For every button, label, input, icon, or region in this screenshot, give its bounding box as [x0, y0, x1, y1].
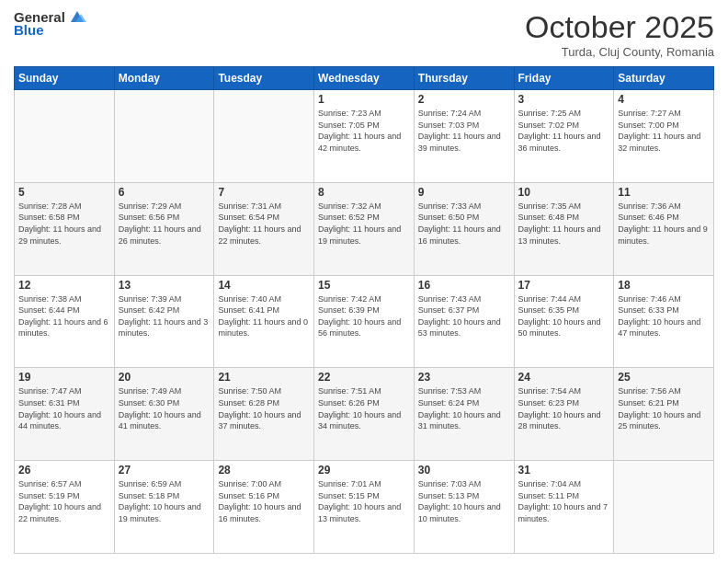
day-number: 13	[119, 279, 210, 292]
calendar-cell: 8Sunrise: 7:32 AM Sunset: 6:52 PM Daylig…	[314, 182, 415, 275]
day-number: 4	[618, 93, 710, 106]
day-number: 23	[418, 371, 510, 384]
calendar-cell: 7Sunrise: 7:31 AM Sunset: 6:54 PM Daylig…	[214, 182, 314, 275]
day-info: Sunrise: 7:35 AM Sunset: 6:48 PM Dayligh…	[518, 201, 610, 247]
day-number: 26	[18, 464, 110, 477]
calendar-cell: 5Sunrise: 7:28 AM Sunset: 6:58 PM Daylig…	[15, 182, 115, 275]
day-number: 20	[119, 371, 210, 384]
logo-blue: Blue	[14, 23, 87, 39]
weekday-header-friday: Friday	[514, 67, 614, 90]
calendar-week-row: 1Sunrise: 7:23 AM Sunset: 7:05 PM Daylig…	[15, 90, 714, 183]
day-info: Sunrise: 7:36 AM Sunset: 6:46 PM Dayligh…	[618, 201, 710, 247]
day-number: 17	[518, 279, 610, 292]
calendar-table: SundayMondayTuesdayWednesdayThursdayFrid…	[14, 66, 714, 554]
calendar-cell: 25Sunrise: 7:56 AM Sunset: 6:21 PM Dayli…	[614, 368, 714, 461]
day-info: Sunrise: 7:40 AM Sunset: 6:41 PM Dayligh…	[218, 293, 310, 339]
day-info: Sunrise: 6:59 AM Sunset: 5:18 PM Dayligh…	[119, 478, 210, 524]
day-info: Sunrise: 7:25 AM Sunset: 7:02 PM Dayligh…	[518, 108, 610, 154]
page: General Blue October 2025 Turda, Cluj Co…	[0, 0, 728, 563]
day-info: Sunrise: 7:31 AM Sunset: 6:54 PM Dayligh…	[218, 201, 310, 247]
calendar-week-row: 12Sunrise: 7:38 AM Sunset: 6:44 PM Dayli…	[15, 275, 714, 368]
day-number: 3	[518, 93, 610, 106]
day-number: 9	[418, 186, 510, 199]
day-number: 7	[218, 186, 310, 199]
calendar-cell: 17Sunrise: 7:44 AM Sunset: 6:35 PM Dayli…	[514, 275, 614, 368]
calendar-cell: 26Sunrise: 6:57 AM Sunset: 5:19 PM Dayli…	[15, 461, 115, 554]
day-number: 29	[318, 464, 410, 477]
day-number: 24	[518, 371, 610, 384]
calendar-week-row: 19Sunrise: 7:47 AM Sunset: 6:31 PM Dayli…	[15, 368, 714, 461]
location: Turda, Cluj County, Romania	[525, 45, 714, 59]
calendar-cell: 15Sunrise: 7:42 AM Sunset: 6:39 PM Dayli…	[314, 275, 415, 368]
day-info: Sunrise: 7:01 AM Sunset: 5:15 PM Dayligh…	[318, 478, 410, 524]
calendar-cell: 23Sunrise: 7:53 AM Sunset: 6:24 PM Dayli…	[414, 368, 514, 461]
day-info: Sunrise: 7:56 AM Sunset: 6:21 PM Dayligh…	[618, 385, 710, 431]
day-info: Sunrise: 7:27 AM Sunset: 7:00 PM Dayligh…	[618, 108, 710, 154]
calendar-cell: 14Sunrise: 7:40 AM Sunset: 6:41 PM Dayli…	[214, 275, 314, 368]
day-number: 25	[618, 371, 710, 384]
calendar-week-row: 26Sunrise: 6:57 AM Sunset: 5:19 PM Dayli…	[15, 461, 714, 554]
day-number: 14	[218, 279, 310, 292]
day-info: Sunrise: 7:03 AM Sunset: 5:13 PM Dayligh…	[418, 478, 510, 524]
day-info: Sunrise: 7:04 AM Sunset: 5:11 PM Dayligh…	[518, 478, 610, 524]
day-number: 11	[618, 186, 710, 199]
day-info: Sunrise: 7:39 AM Sunset: 6:42 PM Dayligh…	[119, 293, 210, 339]
day-number: 8	[318, 186, 410, 199]
calendar-cell: 21Sunrise: 7:50 AM Sunset: 6:28 PM Dayli…	[214, 368, 314, 461]
calendar-cell: 6Sunrise: 7:29 AM Sunset: 6:56 PM Daylig…	[114, 182, 214, 275]
day-info: Sunrise: 7:32 AM Sunset: 6:52 PM Dayligh…	[318, 201, 410, 247]
day-number: 5	[18, 186, 110, 199]
calendar-cell: 12Sunrise: 7:38 AM Sunset: 6:44 PM Dayli…	[15, 275, 115, 368]
day-info: Sunrise: 7:33 AM Sunset: 6:50 PM Dayligh…	[418, 201, 510, 247]
day-info: Sunrise: 6:57 AM Sunset: 5:19 PM Dayligh…	[18, 478, 110, 524]
weekday-header-thursday: Thursday	[414, 67, 514, 90]
day-number: 28	[218, 464, 310, 477]
calendar-cell: 10Sunrise: 7:35 AM Sunset: 6:48 PM Dayli…	[514, 182, 614, 275]
calendar-cell: 22Sunrise: 7:51 AM Sunset: 6:26 PM Dayli…	[314, 368, 415, 461]
day-number: 15	[318, 279, 410, 292]
calendar-cell: 29Sunrise: 7:01 AM Sunset: 5:15 PM Dayli…	[314, 461, 415, 554]
day-number: 6	[119, 186, 210, 199]
weekday-header-row: SundayMondayTuesdayWednesdayThursdayFrid…	[15, 67, 714, 90]
calendar-cell: 2Sunrise: 7:24 AM Sunset: 7:03 PM Daylig…	[414, 90, 514, 183]
day-number: 10	[518, 186, 610, 199]
calendar-cell: 27Sunrise: 6:59 AM Sunset: 5:18 PM Dayli…	[114, 461, 214, 554]
day-info: Sunrise: 7:29 AM Sunset: 6:56 PM Dayligh…	[119, 201, 210, 247]
day-info: Sunrise: 7:51 AM Sunset: 6:26 PM Dayligh…	[318, 385, 410, 431]
day-number: 12	[18, 279, 110, 292]
calendar-cell: 4Sunrise: 7:27 AM Sunset: 7:00 PM Daylig…	[614, 90, 714, 183]
day-info: Sunrise: 7:42 AM Sunset: 6:39 PM Dayligh…	[318, 293, 410, 339]
day-info: Sunrise: 7:53 AM Sunset: 6:24 PM Dayligh…	[418, 385, 510, 431]
day-info: Sunrise: 7:49 AM Sunset: 6:30 PM Dayligh…	[119, 385, 210, 431]
day-number: 27	[119, 464, 210, 477]
day-number: 22	[318, 371, 410, 384]
day-info: Sunrise: 7:38 AM Sunset: 6:44 PM Dayligh…	[18, 293, 110, 339]
calendar-cell: 30Sunrise: 7:03 AM Sunset: 5:13 PM Dayli…	[414, 461, 514, 554]
calendar-cell	[614, 461, 714, 554]
calendar-week-row: 5Sunrise: 7:28 AM Sunset: 6:58 PM Daylig…	[15, 182, 714, 275]
calendar-cell: 16Sunrise: 7:43 AM Sunset: 6:37 PM Dayli…	[414, 275, 514, 368]
weekday-header-wednesday: Wednesday	[314, 67, 415, 90]
calendar-cell: 18Sunrise: 7:46 AM Sunset: 6:33 PM Dayli…	[614, 275, 714, 368]
day-info: Sunrise: 7:54 AM Sunset: 6:23 PM Dayligh…	[518, 385, 610, 431]
calendar-cell	[15, 90, 115, 183]
calendar-cell: 9Sunrise: 7:33 AM Sunset: 6:50 PM Daylig…	[414, 182, 514, 275]
day-number: 31	[518, 464, 610, 477]
calendar-cell: 24Sunrise: 7:54 AM Sunset: 6:23 PM Dayli…	[514, 368, 614, 461]
header: General Blue October 2025 Turda, Cluj Co…	[14, 9, 714, 59]
weekday-header-tuesday: Tuesday	[214, 67, 314, 90]
day-info: Sunrise: 7:43 AM Sunset: 6:37 PM Dayligh…	[418, 293, 510, 339]
day-info: Sunrise: 7:47 AM Sunset: 6:31 PM Dayligh…	[18, 385, 110, 431]
day-info: Sunrise: 7:24 AM Sunset: 7:03 PM Dayligh…	[418, 108, 510, 154]
day-info: Sunrise: 7:46 AM Sunset: 6:33 PM Dayligh…	[618, 293, 710, 339]
day-number: 16	[418, 279, 510, 292]
day-info: Sunrise: 7:50 AM Sunset: 6:28 PM Dayligh…	[218, 385, 310, 431]
calendar-cell	[114, 90, 214, 183]
calendar-cell: 31Sunrise: 7:04 AM Sunset: 5:11 PM Dayli…	[514, 461, 614, 554]
calendar-cell: 19Sunrise: 7:47 AM Sunset: 6:31 PM Dayli…	[15, 368, 115, 461]
calendar-cell: 11Sunrise: 7:36 AM Sunset: 6:46 PM Dayli…	[614, 182, 714, 275]
day-info: Sunrise: 7:44 AM Sunset: 6:35 PM Dayligh…	[518, 293, 610, 339]
title-area: October 2025 Turda, Cluj County, Romania	[525, 9, 714, 59]
day-info: Sunrise: 7:23 AM Sunset: 7:05 PM Dayligh…	[318, 108, 410, 154]
calendar-cell: 20Sunrise: 7:49 AM Sunset: 6:30 PM Dayli…	[114, 368, 214, 461]
